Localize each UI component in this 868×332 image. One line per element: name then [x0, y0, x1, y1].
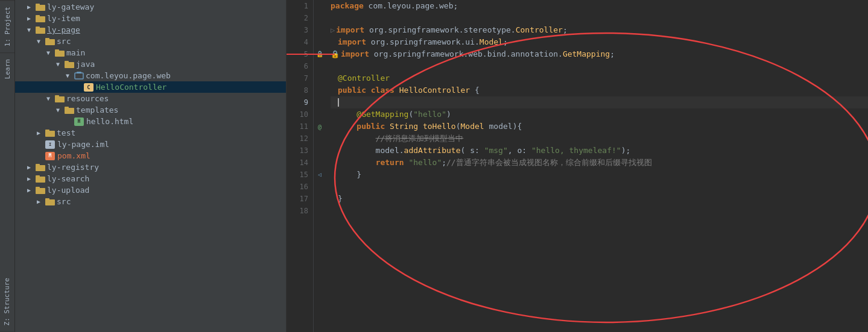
gutter: ◁ 🔒 @ ◁ [314, 0, 326, 332]
token: public [338, 84, 366, 96]
token [338, 121, 356, 133]
tree-item-resources[interactable]: ▼ resources [15, 93, 286, 104]
tree-item-main[interactable]: ▼ main [15, 47, 286, 58]
code-line-3: ▷ import org.springframework.stereotype.… [331, 24, 868, 36]
tree-item-hello-html[interactable]: ▶ H hello.html [15, 116, 286, 127]
folder-icon [36, 3, 45, 11]
learn-tab[interactable]: Learn [0, 52, 14, 85]
tree-label: pom.xml [57, 151, 90, 160]
svg-rect-21 [36, 164, 40, 166]
code-editor: 1 2 3 4 5 6 7 8 9 10 11 12 13 14 15 16 1… [287, 0, 868, 332]
folder-icon [36, 14, 45, 22]
arrow-icon: ▼ [37, 38, 45, 45]
token: org.springframework.web.bind.annotation. [369, 48, 563, 60]
tree-item-src2[interactable]: ▶ src [15, 196, 286, 207]
token [385, 121, 390, 133]
cursor [338, 98, 339, 107]
token: ; [503, 36, 508, 48]
tree-item-ly-search[interactable]: ▶ ly-search [15, 173, 286, 184]
token: package [331, 0, 364, 12]
folder-icon [36, 175, 45, 183]
fold-icon: ▷ [331, 24, 335, 36]
svg-rect-11 [65, 61, 69, 63]
token: Model [461, 121, 484, 133]
tree-item-ly-page-iml[interactable]: ▶ I ly-page.iml [15, 139, 286, 150]
package-icon [74, 72, 84, 80]
token: public [356, 121, 385, 133]
project-tab[interactable]: 1: Project [0, 0, 14, 52]
token: toHello [423, 121, 456, 133]
code-line-18 [331, 205, 868, 217]
code-line-13: model.addAttribute( s: "msg", o: "hello,… [331, 145, 868, 157]
tree-item-templates[interactable]: ▼ templates [15, 104, 286, 116]
structure-tab[interactable]: Z: Structure [0, 272, 14, 332]
folder-icon [65, 60, 74, 68]
arrow-icon: ▶ [27, 187, 36, 193]
token: //将消息添加到模型当中 [376, 133, 464, 145]
tree-label: resources [66, 94, 109, 103]
token: GetMapping [563, 48, 610, 60]
folder-icon [36, 163, 45, 171]
token: Model [480, 36, 503, 48]
code-line-5: 🔒 import org.springframework.web.bind.an… [331, 48, 868, 60]
tree-label: ly-search [47, 174, 89, 183]
token: , o: [508, 145, 531, 157]
svg-rect-14 [55, 96, 65, 102]
side-tabs: 1: Project Learn Z: Structure [0, 0, 15, 332]
token: "msg" [484, 145, 508, 157]
tree-item-java[interactable]: ▼ java [15, 58, 286, 70]
svg-rect-16 [65, 108, 74, 114]
code-line-16 [331, 181, 868, 193]
token: "hello, thymeleaf!" [531, 145, 621, 157]
token [338, 157, 376, 169]
tree-item-hello-controller[interactable]: ▶ C HelloController [15, 81, 286, 93]
tree-item-ly-gateway[interactable]: ▶ ly-gateway [15, 1, 286, 13]
folder-icon [45, 198, 55, 205]
token: org.springframework.ui. [366, 36, 480, 48]
tree-item-src[interactable]: ▼ src [15, 36, 286, 47]
code-line-7: @Controller [331, 72, 868, 84]
token: model. [338, 145, 404, 157]
token: return [376, 157, 404, 169]
token: "hello" [408, 157, 442, 169]
token [366, 84, 371, 96]
tree-item-ly-page[interactable]: ▼ ly-page [15, 24, 286, 36]
tree-label: src [57, 197, 71, 206]
tree-item-pom-xml[interactable]: ▶ M pom.xml [15, 150, 286, 161]
token: } [338, 193, 343, 205]
code-line-8: public class HelloController { [331, 84, 868, 96]
code-lines[interactable]: package com.leyou.page.web; ▷ import org… [326, 0, 868, 332]
folder-icon [65, 106, 74, 114]
token: com.leyou.page.web; [364, 0, 458, 12]
token: import [341, 48, 369, 60]
arrow-icon: ▶ [27, 164, 36, 171]
tree-item-package[interactable]: ▼ com.leyou.page.web [15, 70, 286, 81]
token: ; [610, 48, 615, 60]
token: class [371, 84, 394, 96]
tree-label: src [57, 37, 71, 46]
tree-item-ly-registry[interactable]: ▶ ly-registry [15, 161, 286, 173]
tree-label: test [57, 128, 75, 137]
folder-icon-open [36, 26, 45, 34]
svg-rect-26 [45, 199, 55, 205]
token: import [338, 36, 366, 48]
lock-icon: 🔒 [331, 48, 340, 60]
token: } [338, 169, 361, 181]
token: addAttribute [404, 145, 461, 157]
svg-rect-7 [45, 38, 49, 40]
arrow-icon: ▼ [46, 95, 55, 102]
svg-rect-5 [36, 27, 40, 28]
tree-item-test[interactable]: ▶ test [15, 127, 286, 139]
token: ) [446, 108, 451, 121]
tree-item-ly-item[interactable]: ▶ ly-item [15, 13, 286, 24]
tree-label: ly-registry [47, 163, 99, 172]
tree-item-ly-upload[interactable]: ▶ ly-upload [15, 184, 286, 196]
token: { [470, 84, 480, 96]
tree-label: HelloController [96, 83, 166, 92]
token: @GetMapping [356, 108, 408, 121]
code-line-15: } [331, 169, 868, 181]
tree-label: hello.html [86, 117, 133, 126]
folder-icon [45, 37, 55, 45]
svg-rect-19 [45, 130, 49, 131]
folder-icon [45, 129, 55, 137]
